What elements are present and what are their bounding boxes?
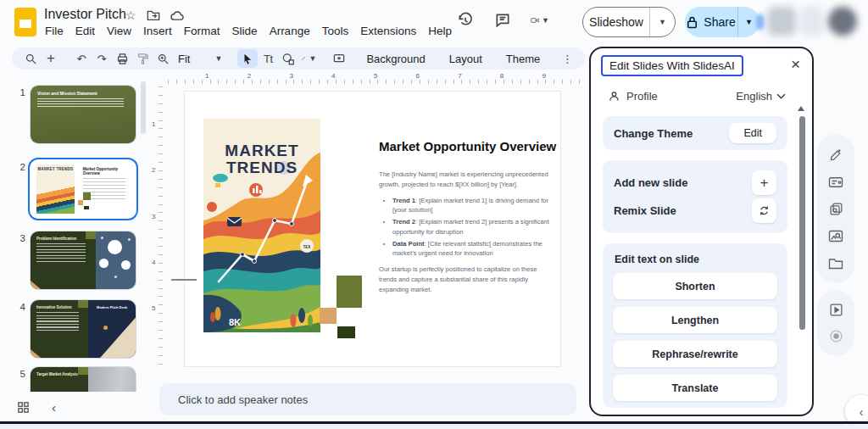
remix-slide-label: Remix Slide [614,204,752,217]
slide-body-text[interactable]: The [Industry Name] market is experienci… [379,170,554,294]
menu-item[interactable]: File [39,23,70,39]
background-button[interactable]: Background [359,53,431,65]
undo-icon[interactable]: ↶ [71,49,92,68]
speaker-notes-input[interactable]: Click to add speaker notes [159,383,576,415]
select-cursor-tool[interactable] [237,49,258,68]
name-card-icon[interactable] [828,176,843,188]
window-bottom [0,424,868,429]
share-button[interactable]: Share ▼ [685,7,760,37]
decor-square-olive[interactable] [337,276,362,308]
zoom-in-icon[interactable] [153,49,173,68]
profile-label[interactable]: Profile [626,90,658,103]
slide-thumbnail-3[interactable]: Problem Identification [31,231,136,289]
grid-view-icon[interactable] [17,401,30,414]
document-title[interactable]: Investor Pitch [44,7,126,22]
vertical-ruler-numbers: 12345 [152,120,155,312]
ruler-number: 9 [542,72,546,80]
ruler-number: 2 [152,166,155,174]
star-icon[interactable]: ☆ [125,8,136,22]
layout-button[interactable]: Layout [442,53,489,65]
shape-tool[interactable] [278,49,298,68]
panel-title: Edit Slides With SlidesAI [601,55,743,76]
menu-item[interactable]: Format [178,23,226,39]
slide-filmstrip: 1 Vision and Mission Statement 2 MARKET … [0,75,153,392]
decor-square-tan[interactable] [320,308,337,324]
change-theme-label: Change Theme [614,127,729,140]
meet-camera-icon[interactable]: ▼ [531,11,549,30]
speaker-notes-placeholder: Click to add speaker notes [178,393,308,406]
ruler-number: 5 [374,72,377,80]
meet-dropdown-caret[interactable]: ▼ [542,16,549,25]
text-action-button[interactable]: Lengthen [613,307,777,333]
line-tool-caret[interactable]: ▼ [309,54,316,63]
menu-bar: FileEditViewInsertFormatSlideArrangeTool… [39,23,458,39]
slide-thumbnail-1[interactable]: Vision and Mission Statement [31,86,136,143]
slide-thumbnail-2-selected[interactable]: MARKET TRENDS Market Opportunity Overvie… [31,160,136,218]
svg-text:TEX: TEX [303,245,311,249]
present-play-icon[interactable] [829,303,843,317]
ruler-number: 4 [331,72,335,80]
svg-text:8K: 8K [229,317,241,327]
menu-item[interactable]: Slide [226,23,264,39]
thumb5-title: Target Market Analysis [36,372,82,376]
panel-scrollbar[interactable] [799,116,805,330]
paint-format-icon[interactable] [132,49,153,68]
edit-theme-button[interactable]: Edit [729,123,776,143]
horizontal-ruler [168,80,587,84]
text-action-button[interactable]: Shorten [613,273,777,299]
copy-slides-icon[interactable] [829,202,843,216]
text-action-button[interactable]: Rephrase/rewrite [613,341,777,367]
line-tool[interactable]: ▼ [298,49,319,68]
slide-number: 1 [12,87,25,98]
close-icon[interactable]: × [791,56,800,72]
menu-item[interactable]: Extensions [354,23,422,39]
comments-icon[interactable] [493,11,512,30]
filmstrip-scrollbar[interactable] [141,81,146,134]
slideshow-button[interactable]: Slideshow ▼ [582,7,676,37]
text-action-button[interactable]: Translate [613,375,777,401]
more-options-icon[interactable]: ⋮ [557,49,577,68]
slide-title[interactable]: Market Opportunity Overview [379,139,559,153]
menu-item[interactable]: Insert [137,23,178,39]
menu-item[interactable]: Edit [70,23,101,39]
search-menus-icon[interactable] [20,49,41,68]
slide-thumbnail-5[interactable]: Target Market Analysis [31,367,136,392]
image-search-icon[interactable] [828,230,843,242]
zoom-add-icon[interactable]: + [41,49,61,68]
version-history-icon[interactable] [456,11,475,30]
decor-square-darkgreen[interactable] [337,326,355,338]
notes-resize-handle[interactable] [171,279,197,281]
thumb1-title: Vision and Mission Statement [37,91,129,96]
svg-text:TRENDS: TRENDS [226,159,298,176]
slideshow-dropdown-caret[interactable]: ▼ [649,8,675,36]
theme-button[interactable]: Theme [499,53,547,65]
account-avatar[interactable] [767,7,857,39]
print-icon[interactable] [112,49,132,68]
magic-write-icon[interactable] [829,148,843,162]
slide-canvas[interactable]: TEX MARKET TRENDS 8K Market Opportunity … [185,92,560,366]
language-selector[interactable]: English [736,90,772,103]
add-slide-button[interactable]: + [752,170,776,195]
insert-comment-icon[interactable] [329,49,349,68]
menu-item[interactable]: View [101,23,137,39]
redo-icon[interactable]: ↷ [92,49,112,68]
market-trends-poster[interactable]: TEX MARKET TRENDS 8K [203,119,320,332]
zoom-fit-dropdown[interactable]: Fit ▼ [173,53,227,65]
remix-slide-button[interactable] [752,198,776,223]
slide-actions-card: Add new slide + Remix Slide [603,160,787,233]
bullet-item: Trend 1: [Explain market trend 1] is dri… [392,196,554,216]
collapse-filmstrip-icon[interactable]: ‹ [52,400,56,415]
add-new-slide-label: Add new slide [614,176,752,189]
text-box-tool[interactable]: Tt [258,49,278,68]
move-folder-icon[interactable] [147,9,160,21]
panel-scroll-up-arrow[interactable] [798,106,804,111]
menu-item[interactable]: Tools [316,23,355,39]
menu-item[interactable]: Help [422,23,458,39]
chevron-down-icon[interactable] [776,93,786,99]
folder-icon[interactable] [828,257,843,270]
cloud-status-icon[interactable] [170,10,185,21]
fit-caret: ▼ [214,54,222,63]
slide-thumbnail-4[interactable]: Innovative Solution Modern Pitch Deck [31,300,136,358]
menu-item[interactable]: Arrange [264,23,316,39]
record-icon[interactable] [829,329,843,343]
